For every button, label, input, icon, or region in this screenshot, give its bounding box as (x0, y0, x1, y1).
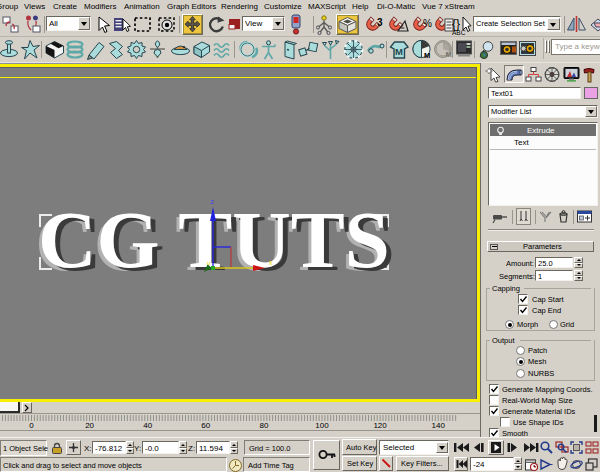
svg-text:3: 3 (377, 17, 383, 28)
svg-text:M: M (395, 46, 403, 57)
svg-text:M: M (446, 50, 452, 59)
svg-text:%: % (423, 18, 432, 29)
svg-text:z: z (211, 198, 215, 205)
svg-text:x: x (269, 259, 273, 266)
svg-text:ABC: ABC (452, 29, 466, 36)
svg-text:M: M (424, 51, 430, 60)
